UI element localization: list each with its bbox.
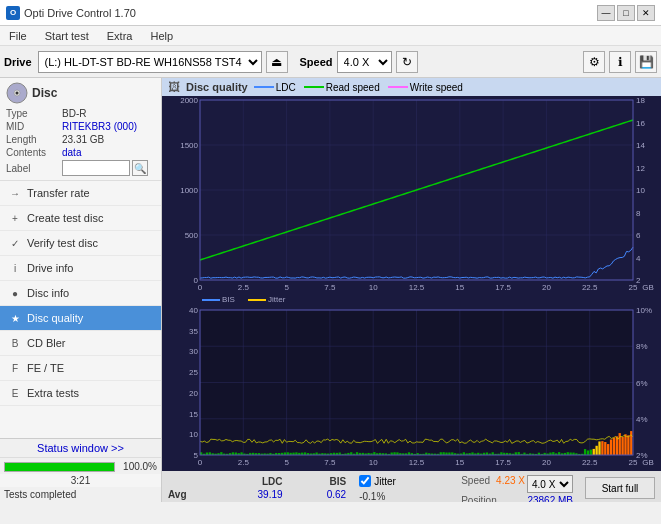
speed-val: 4.23 X: [496, 475, 525, 493]
top-chart: [162, 96, 661, 296]
progress-bar-fill: [5, 463, 114, 471]
disc-header: Disc: [6, 82, 155, 104]
label-button[interactable]: 🔍: [132, 160, 148, 176]
status-time: 3:21: [0, 474, 161, 487]
jitter-section: Jitter -0.1% 0.0%: [355, 471, 455, 502]
sidebar-item-extra-tests[interactable]: E Extra tests: [0, 381, 161, 406]
info-button[interactable]: ℹ: [609, 51, 631, 73]
avg-bis: 0.62: [286, 488, 350, 501]
drive-label: Drive: [4, 56, 32, 68]
left-panel: Disc Type BD-R MID RITEKBR3 (000) Length…: [0, 78, 162, 502]
jitter-check-row: Jitter: [359, 475, 451, 487]
ldc-color-swatch: [254, 86, 274, 88]
type-label: Type: [6, 108, 62, 119]
disc-type-row: Type BD-R: [6, 108, 155, 119]
save-button[interactable]: 💾: [635, 51, 657, 73]
progress-bar-bg: [4, 462, 115, 472]
charts-container: [162, 96, 661, 471]
stats-avg-row: Avg 39.19 0.62: [168, 488, 349, 501]
drive-select[interactable]: (L:) HL-DT-ST BD-RE WH16NS58 TST4: [38, 51, 262, 73]
maximize-button[interactable]: □: [617, 5, 635, 21]
nav-label-cd-bler: CD Bler: [27, 337, 66, 349]
nav-label-extra-tests: Extra tests: [27, 387, 79, 399]
legend-write: Write speed: [388, 82, 463, 93]
legend-read: Read speed: [304, 82, 380, 93]
settings-button[interactable]: ⚙: [583, 51, 605, 73]
cd-bler-icon: B: [8, 336, 22, 350]
chart-title: Disc quality: [186, 81, 248, 93]
minimize-button[interactable]: —: [597, 5, 615, 21]
sidebar-item-create-test-disc[interactable]: + Create test disc: [0, 206, 161, 231]
position-val: 23862 MB: [527, 495, 573, 502]
menu-start-test[interactable]: Start test: [40, 29, 94, 43]
write-color-swatch: [388, 86, 408, 88]
verify-test-disc-icon: ✓: [8, 236, 22, 250]
sidebar-item-cd-bler[interactable]: B CD Bler: [0, 331, 161, 356]
drive-info-icon: i: [8, 261, 22, 275]
sidebar-item-disc-info[interactable]: ● Disc info: [0, 281, 161, 306]
extra-tests-icon: E: [8, 386, 22, 400]
speed-label: Speed: [300, 56, 333, 68]
max-bis: 36: [286, 501, 350, 502]
sidebar-item-drive-info[interactable]: i Drive info: [0, 256, 161, 281]
read-label: Read speed: [326, 82, 380, 93]
speed-section: Speed 4.23 X 4.0 X Position 23862 MB Sam…: [455, 471, 579, 502]
avg-ldc: 39.19: [204, 488, 286, 501]
speed-select[interactable]: 4.0 X: [337, 51, 392, 73]
speed-select[interactable]: 4.0 X: [527, 475, 573, 493]
menu-file[interactable]: File: [4, 29, 32, 43]
col-ldc-header: LDC: [204, 475, 286, 488]
progress-bar-container: 100.0%: [0, 458, 161, 474]
avg-label: Avg: [168, 488, 204, 501]
svg-point-2: [16, 92, 19, 95]
start-full-button[interactable]: Start full: [585, 477, 655, 499]
max-ldc: 1846: [204, 501, 286, 502]
speed-row: Speed 4.23 X 4.0 X: [461, 475, 573, 493]
mid-value: RITEKBR3 (000): [62, 121, 155, 132]
bottom-stats: LDC BIS Avg 39.19 0.62 Max 1846: [162, 471, 661, 502]
sidebar-item-disc-quality[interactable]: ★ Disc quality: [0, 306, 161, 331]
titlebar-left: O Opti Drive Control 1.70: [6, 6, 136, 20]
transfer-rate-icon: →: [8, 186, 22, 200]
right-panel: 🖼 Disc quality LDC Read speed Write spee…: [162, 78, 661, 502]
disc-section: Disc Type BD-R MID RITEKBR3 (000) Length…: [0, 78, 161, 181]
nav-label-drive-info: Drive info: [27, 262, 73, 274]
status-window-button[interactable]: Status window >>: [0, 439, 161, 458]
contents-label: Contents: [6, 147, 62, 158]
disc-fields: Type BD-R MID RITEKBR3 (000) Length 23.3…: [6, 108, 155, 176]
bottom-chart: [162, 296, 661, 471]
status-completed: Tests completed: [0, 487, 161, 502]
nav-label-disc-quality: Disc quality: [27, 312, 83, 324]
max-label: Max: [168, 501, 204, 502]
legend-ldc: LDC: [254, 82, 296, 93]
sidebar-item-fe-te[interactable]: F FE / TE: [0, 356, 161, 381]
label-input[interactable]: [62, 160, 130, 176]
contents-value: data: [62, 147, 155, 158]
close-button[interactable]: ✕: [637, 5, 655, 21]
nav-label-disc-info: Disc info: [27, 287, 69, 299]
jitter-checkbox[interactable]: [359, 475, 371, 487]
buttons-section: Start full Start part: [579, 471, 661, 502]
eject-button[interactable]: ⏏: [266, 51, 288, 73]
window-controls: — □ ✕: [597, 5, 655, 21]
nav-items: → Transfer rate + Create test disc ✓ Ver…: [0, 181, 161, 406]
progress-text: 100.0%: [119, 461, 157, 472]
status-bar-left: Status window >> 100.0% 3:21 Tests compl…: [0, 438, 161, 502]
create-test-disc-icon: +: [8, 211, 22, 225]
disc-mid-row: MID RITEKBR3 (000): [6, 121, 155, 132]
length-value: 23.31 GB: [62, 134, 155, 145]
titlebar: O Opti Drive Control 1.70 — □ ✕: [0, 0, 661, 26]
menu-extra[interactable]: Extra: [102, 29, 138, 43]
menubar: File Start test Extra Help: [0, 26, 661, 46]
nav-label-transfer-rate: Transfer rate: [27, 187, 90, 199]
refresh-button[interactable]: ↻: [396, 51, 418, 73]
jitter-label: Jitter: [374, 476, 396, 487]
sidebar-item-verify-test-disc[interactable]: ✓ Verify test disc: [0, 231, 161, 256]
sidebar-item-transfer-rate[interactable]: → Transfer rate: [0, 181, 161, 206]
col-bis-header: BIS: [286, 475, 350, 488]
disc-contents-row: Contents data: [6, 147, 155, 158]
disc-length-row: Length 23.31 GB: [6, 134, 155, 145]
speed-key: Speed: [461, 475, 490, 493]
ldc-label: LDC: [276, 82, 296, 93]
menu-help[interactable]: Help: [145, 29, 178, 43]
